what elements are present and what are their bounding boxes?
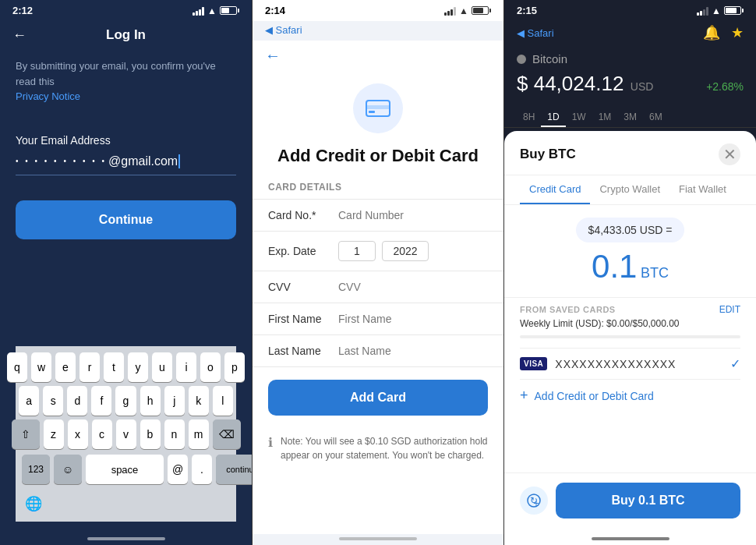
key-j[interactable]: j <box>164 386 185 416</box>
exp-month-input[interactable] <box>338 241 376 261</box>
key-c[interactable]: c <box>92 419 112 449</box>
buy-btc-btn-row: ↻ + Buy 0.1 BTC <box>504 472 756 534</box>
key-s[interactable]: s <box>43 386 63 416</box>
buy-modal-header: Buy BTC ✕ <box>504 131 756 175</box>
key-w[interactable]: w <box>31 352 51 382</box>
time-3: 2:15 <box>517 5 537 16</box>
key-k[interactable]: k <box>189 386 209 416</box>
battery-icon-2 <box>472 6 491 15</box>
chart-tab-8h[interactable]: 8H <box>517 108 541 127</box>
chart-tab-1m[interactable]: 1M <box>592 108 618 127</box>
back-button-2[interactable]: ← <box>265 47 281 64</box>
key-n[interactable]: n <box>164 419 185 449</box>
add-card-button[interactable]: Add Card <box>268 380 488 416</box>
card-no-row: Card No.* <box>253 200 503 232</box>
key-d[interactable]: d <box>67 386 87 416</box>
signal-icon-2 <box>444 6 456 16</box>
tab-fiat-wallet[interactable]: Fiat Wallet <box>669 175 736 204</box>
buy-btc-button[interactable]: Buy 0.1 BTC <box>556 483 740 518</box>
keyboard-row-2: a s d f g h j k l <box>19 386 233 416</box>
email-dots: • • • • • • • • • • <box>16 157 107 165</box>
btc-unit: BTC <box>641 265 669 281</box>
key-g[interactable]: g <box>115 386 136 416</box>
last-name-input[interactable] <box>338 345 488 357</box>
chart-tab-6m[interactable]: 6M <box>643 108 669 127</box>
continue-button[interactable]: Continue <box>16 200 236 239</box>
key-z[interactable]: z <box>44 419 64 449</box>
key-a[interactable]: a <box>19 386 39 416</box>
card-icon-section <box>253 83 503 133</box>
svg-rect-2 <box>369 111 375 113</box>
buy-btc-screen: 2:15 ▲ ◀ Safari 🔔 ★ <box>504 0 756 545</box>
key-m[interactable]: m <box>189 419 209 449</box>
key-v[interactable]: v <box>116 419 136 449</box>
buy-amount-section: $4,433.05 USD = 0.1 BTC <box>504 205 756 297</box>
key-period[interactable]: . <box>192 455 212 484</box>
edit-button[interactable]: EDIT <box>719 304 740 315</box>
notification-icon[interactable]: 🔔 <box>703 24 720 41</box>
add-card-link[interactable]: Add Credit or Debit Card <box>535 390 654 402</box>
login-screen: 2:12 ▲ ← Log In By submitting your email… <box>0 0 252 545</box>
tab-crypto-wallet[interactable]: Crypto Wallet <box>590 175 669 204</box>
key-i[interactable]: i <box>176 352 196 382</box>
privacy-link[interactable]: Privacy Notice <box>16 90 80 102</box>
key-b[interactable]: b <box>140 419 161 449</box>
first-name-label: First Name <box>268 313 338 325</box>
cvv-input[interactable] <box>338 281 488 293</box>
limit-bar <box>520 335 740 338</box>
key-u[interactable]: u <box>152 352 172 382</box>
key-x[interactable]: x <box>68 419 88 449</box>
key-emoji[interactable]: ☺ <box>54 455 82 484</box>
btc-name: Bitcoin <box>532 52 567 65</box>
key-y[interactable]: y <box>128 352 148 382</box>
key-l[interactable]: l <box>213 386 233 416</box>
plus-icon: + <box>520 388 528 404</box>
key-shift[interactable]: ⇧ <box>12 419 40 449</box>
key-f[interactable]: f <box>91 386 111 416</box>
chart-tab-3m[interactable]: 3M <box>617 108 643 127</box>
status-icons-2: ▲ <box>444 5 491 16</box>
key-delete[interactable]: ⌫ <box>213 419 241 449</box>
key-h[interactable]: h <box>140 386 161 416</box>
btc-currency: USD <box>631 80 654 93</box>
key-space[interactable]: space <box>86 455 164 484</box>
wifi-icon-1: ▲ <box>207 5 217 16</box>
safari-back-2[interactable]: ◀ Safari <box>265 24 302 36</box>
star-icon[interactable]: ★ <box>731 24 744 41</box>
add-card-row[interactable]: + Add Credit or Debit Card <box>520 379 740 412</box>
visa-number: XXXXXXXXXXXXXXX <box>555 358 730 370</box>
close-button[interactable]: ✕ <box>719 143 740 165</box>
card-no-input[interactable] <box>338 209 488 221</box>
home-indicator-3 <box>504 534 756 545</box>
first-name-input[interactable] <box>338 313 488 325</box>
tab-credit-card[interactable]: Credit Card <box>520 175 590 204</box>
key-p[interactable]: p <box>224 352 245 382</box>
visa-card-row[interactable]: VISA XXXXXXXXXXXXXXX ✓ <box>520 348 740 379</box>
buy-modal: Buy BTC ✕ Credit Card Crypto Wallet Fiat… <box>504 131 756 534</box>
email-label: Your Email Address <box>16 134 236 147</box>
wifi-icon-2: ▲ <box>459 5 468 16</box>
safari-back-3[interactable]: ◀ Safari <box>517 27 554 39</box>
key-r[interactable]: r <box>79 352 100 382</box>
key-globe[interactable]: 🌐 <box>22 489 45 518</box>
chart-tab-1w[interactable]: 1W <box>566 108 592 127</box>
btc-price: $ 44,024.12 <box>517 72 624 95</box>
key-at[interactable]: @ <box>168 455 188 484</box>
key-o[interactable]: o <box>200 352 221 382</box>
chart-tab-1d[interactable]: 1D <box>541 108 565 127</box>
key-t[interactable]: t <box>104 352 124 382</box>
buy-modal-title: Buy BTC <box>520 147 576 162</box>
key-q[interactable]: q <box>7 352 27 382</box>
btc-dot <box>517 55 526 64</box>
back-button-1[interactable]: ← <box>12 27 26 44</box>
credit-card-icon <box>366 99 390 118</box>
key-e[interactable]: e <box>55 352 76 382</box>
exp-year-input[interactable] <box>382 241 429 261</box>
btc-amount: 0.1 <box>592 248 637 285</box>
key-123[interactable]: 123 <box>22 455 50 484</box>
visa-icon: VISA <box>520 357 547 370</box>
status-bar-2: 2:14 ▲ <box>253 0 503 21</box>
safari-bar-2: ◀ Safari <box>253 21 503 41</box>
key-continue[interactable]: continue <box>216 455 252 484</box>
battery-icon-3 <box>724 6 744 15</box>
